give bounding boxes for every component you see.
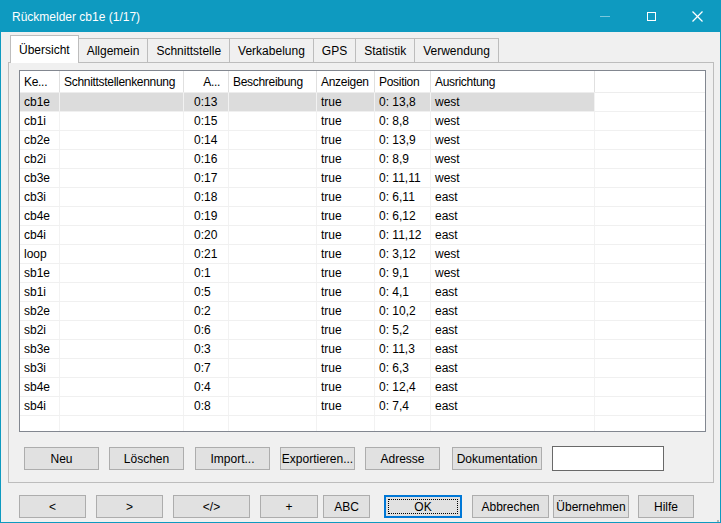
cell-interface (60, 207, 184, 225)
xml-code-button[interactable]: </> (173, 495, 250, 518)
tab-label: Übersicht (19, 43, 70, 57)
cell-description (229, 169, 317, 187)
caption-buttons (582, 1, 720, 32)
tab-verkabelung[interactable]: Verkabelung (229, 38, 314, 63)
cell-name (20, 416, 60, 432)
cell-position: 0: 6,12 (375, 207, 431, 225)
cell-filler (595, 188, 705, 206)
tab-schnittstelle[interactable]: Schnittstelle (147, 38, 230, 63)
tab-statistik[interactable]: Statistik (355, 38, 415, 63)
cell-address: 0:20 (184, 226, 229, 244)
cell-description (229, 112, 317, 130)
cell-position: 0: 13,8 (375, 93, 431, 111)
exportieren-button[interactable]: Exportieren... (280, 447, 355, 470)
cell-name: sb2i (20, 321, 60, 339)
cell-show: true (317, 131, 375, 149)
column-header-address[interactable]: A... (184, 71, 229, 92)
close-button[interactable] (674, 1, 720, 32)
dokumentation-button[interactable]: Dokumentation (452, 447, 542, 470)
cell-address: 0:4 (184, 378, 229, 396)
cell-filler (595, 150, 705, 168)
table-row[interactable]: sb2e0:2true0: 10,2east (20, 302, 705, 321)
minimize-icon (600, 16, 610, 17)
cell-position: 0: 8,8 (375, 112, 431, 130)
previous-button[interactable]: < (19, 495, 86, 518)
dokumentation-input[interactable] (552, 446, 664, 471)
table-row[interactable]: cb1e0:13true0: 13,8west (20, 93, 705, 112)
table-row[interactable]: cb3e0:17true0: 11,11west (20, 169, 705, 188)
adresse-button[interactable]: Adresse (365, 447, 440, 470)
cell-address: 0:15 (184, 112, 229, 130)
cell-interface (60, 359, 184, 377)
cell-name: cb2i (20, 150, 60, 168)
cell-address: 0:14 (184, 131, 229, 149)
column-header-interface[interactable]: Schnittstellenkennung (60, 71, 184, 92)
column-header-position[interactable]: Position (375, 71, 431, 92)
cell-address: 0:18 (184, 188, 229, 206)
cell-interface (60, 131, 184, 149)
table-row[interactable]: sb2i0:6true0: 5,2east (20, 321, 705, 340)
cell-show: true (317, 378, 375, 396)
table-row[interactable]: sb3i0:7true0: 6,3east (20, 359, 705, 378)
cell-position: 0: 3,12 (375, 245, 431, 263)
table-row[interactable]: sb1i0:5true0: 4,1east (20, 283, 705, 302)
table-row-empty (20, 416, 705, 432)
column-header-show[interactable]: Anzeigen (317, 71, 375, 92)
table-row[interactable]: sb3e0:3true0: 11,3east (20, 340, 705, 359)
maximize-icon (647, 12, 656, 21)
import-button[interactable]: Import... (195, 447, 270, 470)
cell-name: cb2e (20, 131, 60, 149)
cell-name: cb4i (20, 226, 60, 244)
cell-filler (595, 245, 705, 263)
column-header-orientation[interactable]: Ausrichtung (431, 71, 595, 92)
table-row[interactable]: cb4i0:20true0: 11,12east (20, 226, 705, 245)
cell-filler (595, 112, 705, 130)
maximize-button[interactable] (628, 1, 674, 32)
column-header-description[interactable]: Beschreibung (229, 71, 317, 92)
table-row[interactable]: cb2e0:14true0: 13,9west (20, 131, 705, 150)
uebernehmen-button[interactable]: Übernehmen (553, 495, 629, 518)
table-row[interactable]: cb4e0:19true0: 6,12east (20, 207, 705, 226)
cell-show: true (317, 264, 375, 282)
cell-address: 0:5 (184, 283, 229, 301)
cell-position: 0: 13,9 (375, 131, 431, 149)
tab-uebersicht[interactable]: Übersicht (10, 35, 79, 63)
hilfe-button[interactable]: Hilfe (638, 495, 694, 518)
next-button[interactable]: > (96, 495, 163, 518)
table-row[interactable]: loop0:21true0: 3,12west (20, 245, 705, 264)
cell-position: 0: 10,2 (375, 302, 431, 320)
table-row[interactable]: cb1i0:15true0: 8,8west (20, 112, 705, 131)
abbrechen-button[interactable]: Abbrechen (472, 495, 549, 518)
table-row[interactable]: cb2i0:16true0: 8,9west (20, 150, 705, 169)
tab-verwendung[interactable]: Verwendung (414, 38, 499, 63)
cell-interface (60, 112, 184, 130)
tab-allgemein[interactable]: Allgemein (78, 38, 149, 63)
loeschen-button[interactable]: Löschen (109, 447, 184, 470)
cell-show: true (317, 112, 375, 130)
titlebar: Rückmelder cb1e (1/17) (1, 1, 720, 32)
cell-show (317, 416, 375, 432)
column-header-name[interactable]: Ke... (20, 71, 60, 92)
cell-orientation: west (431, 245, 595, 263)
resize-grip-icon[interactable] (713, 516, 715, 518)
abc-button[interactable]: ABC (323, 495, 370, 518)
cell-filler (595, 169, 705, 187)
neu-button[interactable]: Neu (24, 447, 99, 470)
cell-show: true (317, 150, 375, 168)
plus-button[interactable]: + (260, 495, 318, 518)
table-row[interactable]: sb4i0:8true0: 7,4east (20, 397, 705, 416)
table-row[interactable]: sb1e0:1true0: 9,1west (20, 264, 705, 283)
table-header: Ke... Schnittstellenkennung A... Beschre… (20, 71, 705, 93)
cell-address: 0:7 (184, 359, 229, 377)
table-row[interactable]: sb4e0:4true0: 12,4east (20, 378, 705, 397)
table-row[interactable]: cb3i0:18true0: 6,11east (20, 188, 705, 207)
tab-gps[interactable]: GPS (313, 38, 356, 63)
cell-name: cb3i (20, 188, 60, 206)
cell-orientation: east (431, 359, 595, 377)
minimize-button[interactable] (582, 1, 628, 32)
ok-button[interactable]: OK (384, 495, 462, 518)
cell-interface (60, 264, 184, 282)
cell-orientation: east (431, 321, 595, 339)
cell-interface (60, 416, 184, 432)
tab-label: Verkabelung (238, 44, 305, 58)
